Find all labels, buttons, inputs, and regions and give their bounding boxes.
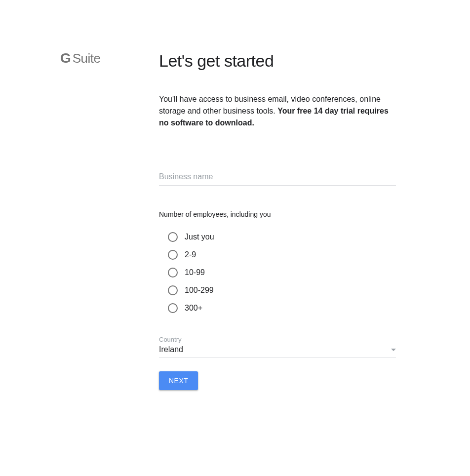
- radio-icon: [168, 285, 178, 295]
- radio-label: 100-299: [185, 286, 214, 295]
- radio-10-99[interactable]: 10-99: [168, 268, 396, 278]
- radio-icon: [168, 303, 178, 313]
- logo-suite: Suite: [73, 52, 101, 65]
- radio-icon: [168, 268, 178, 278]
- radio-label: 300+: [185, 304, 202, 313]
- radio-icon: [168, 250, 178, 260]
- business-name-input[interactable]: [159, 169, 396, 186]
- next-button[interactable]: NEXT: [159, 371, 198, 390]
- employees-label: Number of employees, including you: [159, 210, 396, 218]
- radio-just-you[interactable]: Just you: [168, 232, 396, 242]
- country-select[interactable]: Country Ireland: [159, 336, 396, 357]
- radio-300-plus[interactable]: 300+: [168, 303, 396, 313]
- chevron-down-icon: [391, 349, 396, 351]
- lead-text: You'll have access to business email, vi…: [159, 93, 396, 129]
- radio-label: 2-9: [185, 250, 196, 259]
- country-label: Country: [159, 336, 396, 343]
- radio-label: Just you: [185, 233, 214, 241]
- radio-label: 10-99: [185, 268, 205, 277]
- employees-radio-group: Just you 2-9 10-99 100-299 300+: [159, 232, 396, 313]
- page-title: Let's get started: [159, 51, 396, 71]
- gsuite-logo: G Suite: [60, 51, 159, 65]
- radio-100-299[interactable]: 100-299: [168, 285, 396, 295]
- radio-icon: [168, 232, 178, 242]
- logo-g: G: [60, 51, 71, 65]
- radio-2-9[interactable]: 2-9: [168, 250, 396, 260]
- country-value: Ireland: [159, 345, 183, 354]
